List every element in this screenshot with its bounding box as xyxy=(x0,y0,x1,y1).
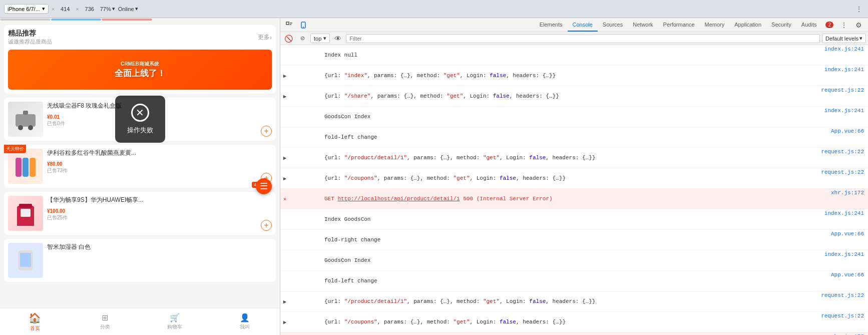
expand-icon-6[interactable]: ▶ xyxy=(280,148,289,167)
product-info-2: 伊利谷粒多红谷牛乳酸菌燕麦黄... ¥80.00 已售73件 xyxy=(47,149,272,184)
nav-category[interactable]: ⊞ 分类 xyxy=(70,310,140,333)
line-content-6: {url: "/product/detail/1", params: {…}, … xyxy=(289,148,817,167)
line-source-4[interactable]: index.js:241 xyxy=(820,107,868,126)
svg-rect-9 xyxy=(21,209,31,217)
expand-icon-13[interactable]: ▶ xyxy=(280,292,289,311)
product-stock-3: 已售25件 xyxy=(47,214,272,221)
line-content-13: {url: "/product/detail/1", params: {…}, … xyxy=(289,292,817,311)
error-url-8[interactable]: http://localhost/api/product/detail/1 xyxy=(337,196,460,202)
tab-network[interactable]: Network xyxy=(628,19,658,32)
console-filter-btn[interactable]: ⊘ xyxy=(296,33,308,45)
line-icon-12 xyxy=(280,271,289,290)
line-content-10: fold-right change xyxy=(289,230,827,249)
console-line-8: ✕ GET http://localhost/api/product/detai… xyxy=(280,189,868,209)
bottom-nav: 🏠 首页 ⊞ 分类 🛒 购物车 👤 我叫 xyxy=(0,308,280,335)
expand-icon-14[interactable]: ▶ xyxy=(280,312,289,331)
line-content-14: {url: "/coupons", params: {…}, method: "… xyxy=(289,312,817,331)
console-line-15: ✕ GET http://localhost/api/product/detai… xyxy=(280,332,868,335)
line-source-2[interactable]: index.js:241 xyxy=(820,66,868,85)
tab-performance[interactable]: Performance xyxy=(658,19,700,32)
tab-memory[interactable]: Memory xyxy=(700,19,730,32)
expand-icon-7[interactable]: ▶ xyxy=(280,169,289,188)
expand-icon-3[interactable]: ▶ xyxy=(280,87,289,106)
svg-rect-11 xyxy=(20,253,31,267)
svg-rect-5 xyxy=(23,158,29,177)
console-clear-btn[interactable]: 🚫 xyxy=(282,33,294,45)
expand-icon-2[interactable]: ▶ xyxy=(280,66,289,85)
dim-separator: × xyxy=(52,6,55,12)
app-content[interactable]: 精品推荐 诚邀推荐品质商品 更多 › CRMEB商城系统 全面上线了！ xyxy=(0,21,280,308)
product-image-2 xyxy=(8,149,43,184)
console-line-4: GoodsCon Index index.js:241 xyxy=(280,107,868,127)
product-image-4 xyxy=(8,243,43,278)
product-card-1[interactable]: 无线吸尘器F8 玫瑰金礼盒版 ¥0.01 已售0件 + ✕ 操作失败 xyxy=(4,98,276,141)
tab-console[interactable]: Console xyxy=(568,19,598,32)
promo-subtitle: 诚邀推荐品质商品 xyxy=(8,38,52,46)
zoom-selector[interactable]: 77% ▾ xyxy=(100,6,115,12)
inspect-element-btn[interactable] xyxy=(283,19,295,31)
line-icon-10 xyxy=(280,230,289,249)
context-label: top xyxy=(314,36,321,42)
line-source-10[interactable]: App.vue:66 xyxy=(827,230,868,249)
console-line-11: GoodsCon Index index.js:241 xyxy=(280,250,868,271)
product-image-3 xyxy=(8,196,43,231)
product-name-2: 伊利谷粒多红谷牛乳酸菌燕麦黄... xyxy=(47,149,272,157)
settings-btn[interactable]: ⚙ xyxy=(852,21,865,29)
product-card-4[interactable]: 智米加湿器 白色 xyxy=(4,239,276,282)
line-source-14[interactable]: request.js:22 xyxy=(817,312,868,331)
line-source-12[interactable]: App.vue:66 xyxy=(827,271,868,290)
line-source-3[interactable]: request.js:22 xyxy=(817,87,868,106)
line-content-7: {url: "/coupons", params: {…}, method: "… xyxy=(289,169,817,188)
console-levels-btn[interactable]: Default levels ▾ xyxy=(822,34,866,43)
eye-btn[interactable]: 👁 xyxy=(332,33,344,45)
nav-cart[interactable]: 🛒 购物车 xyxy=(140,310,210,333)
add-cart-btn-1[interactable]: + xyxy=(261,126,272,137)
line-source-7[interactable]: request.js:22 xyxy=(817,169,868,188)
line-source-15[interactable]: xhr.js:172 xyxy=(827,333,868,335)
width-input[interactable]: 414 xyxy=(58,6,73,12)
tab-audits[interactable]: Audits xyxy=(796,19,822,32)
line-content-8: GET http://localhost/api/product/detail/… xyxy=(289,189,827,208)
svg-rect-4 xyxy=(16,158,22,177)
line-icon-5 xyxy=(280,128,289,147)
console-filter-input[interactable] xyxy=(346,34,820,43)
nav-home[interactable]: 🏠 首页 xyxy=(0,310,70,333)
tab-security[interactable]: Security xyxy=(766,19,796,32)
device-selector[interactable]: iPhone 6/7/... ▾ xyxy=(4,4,49,14)
console-line-12: fold-left change App.vue:66 xyxy=(280,271,868,291)
tab-application[interactable]: Application xyxy=(729,19,766,32)
line-source-1[interactable]: index.js:241 xyxy=(820,46,868,65)
line-icon-11 xyxy=(280,251,289,270)
line-content-4: GoodsCon Index xyxy=(289,107,820,126)
more-options-icon[interactable]: ⋮ xyxy=(854,4,864,14)
promo-more-btn[interactable]: 更多 › xyxy=(258,33,272,42)
tab-sources[interactable]: Sources xyxy=(598,19,628,32)
device-emulation-btn[interactable] xyxy=(297,19,309,31)
console-output[interactable]: Index null index.js:241 ▶ {url: "index",… xyxy=(280,45,868,335)
line-content-15: GET http://localhost/api/product/detail/… xyxy=(289,333,827,335)
product-card-2[interactable]: 天天特价 伊利谷粒多红谷牛乳酸菌燕麦黄... ¥80.00 已售 xyxy=(4,145,276,188)
line-source-6[interactable]: request.js:22 xyxy=(817,148,868,167)
product-info-4: 智米加湿器 白色 xyxy=(47,243,272,278)
more-tabs-btn[interactable]: ⋮ xyxy=(837,21,850,29)
line-source-5[interactable]: App.vue:66 xyxy=(827,128,868,147)
product-list: 无线吸尘器F8 玫瑰金礼盒版 ¥0.01 已售0件 + ✕ 操作失败 xyxy=(4,98,276,282)
context-selector[interactable]: top ▾ xyxy=(310,34,330,43)
home-icon: 🏠 xyxy=(29,312,41,324)
nav-profile[interactable]: 👤 我叫 xyxy=(210,310,280,333)
error-overlay: ✕ 操作失败 xyxy=(115,96,165,143)
svg-rect-12 xyxy=(286,22,289,25)
line-source-11[interactable]: index.js:241 xyxy=(820,251,868,270)
console-toolbar: 🚫 ⊘ top ▾ 👁 Default levels ▾ xyxy=(280,32,868,45)
add-cart-btn-3[interactable]: + xyxy=(261,220,272,231)
line-source-9[interactable]: index.js:241 xyxy=(820,210,868,229)
error-badge: 2 xyxy=(825,22,833,28)
line-source-13[interactable]: request.js:22 xyxy=(817,292,868,311)
line-source-8[interactable]: xhr.js:172 xyxy=(827,189,868,208)
line-icon-9 xyxy=(280,210,289,229)
height-input[interactable]: 736 xyxy=(82,6,97,12)
product-card-3[interactable]: 【华为畅享9S】华为HUAWEI畅享... ¥100.00 已售25件 + xyxy=(4,192,276,235)
tab-elements[interactable]: Elements xyxy=(535,19,568,32)
online-selector[interactable]: Online ▾ xyxy=(118,6,138,12)
fab-icon[interactable]: ☰ xyxy=(256,178,272,194)
